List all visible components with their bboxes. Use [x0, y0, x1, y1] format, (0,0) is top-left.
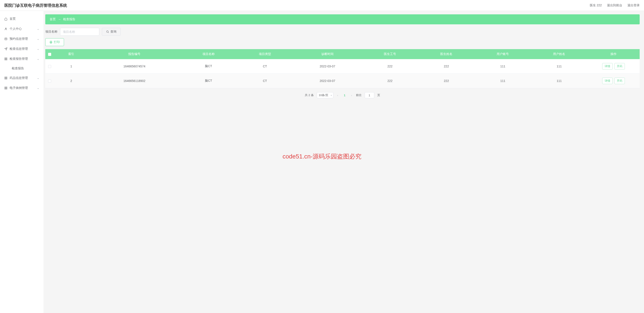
chevron-down-icon: ⌄: [37, 37, 39, 40]
breadcrumb: 首页 → 检查报告: [45, 14, 640, 24]
page-prev[interactable]: ‹: [336, 94, 339, 97]
svg-rect-5: [6, 58, 7, 59]
svg-rect-11: [6, 78, 7, 79]
chevron-down-icon: ⌄: [37, 77, 39, 80]
row-checkbox[interactable]: [48, 65, 51, 68]
sidebar-sub-exam-report[interactable]: 检查报告: [0, 64, 44, 73]
svg-rect-6: [5, 59, 6, 60]
cell-doc-name: 222: [418, 74, 474, 88]
pagination: 共 2 条 10条/页 ‹ 1 › 前往 页: [45, 92, 640, 98]
grid-icon: [4, 57, 8, 60]
cell-diag-time: 2022-03-07: [293, 74, 362, 88]
grid-icon: [4, 87, 8, 90]
query-button-label: 查询: [110, 30, 116, 34]
prescribe-button[interactable]: 开药: [614, 78, 625, 84]
col-doc-name: 医生姓名: [418, 49, 474, 59]
sidebar-item-exam-info[interactable]: 检查信息管理 ⌄: [0, 44, 44, 54]
page-current[interactable]: 1: [342, 94, 347, 97]
query-button[interactable]: 查询: [102, 28, 120, 36]
table-header-row: 索引 报告编号 项目名称 项目类型 诊断时间 医生工号 医生姓名 用户账号 用户…: [45, 49, 640, 59]
svg-rect-8: [5, 77, 6, 78]
page-jump-suffix: 页: [377, 93, 380, 97]
col-user-acc: 用户账号: [474, 49, 531, 59]
sidebar-item-home[interactable]: 首页: [0, 14, 44, 24]
sidebar-item-label: 检查信息管理: [10, 47, 28, 51]
project-name-input[interactable]: [60, 28, 99, 36]
col-report-no: 报告编号: [88, 49, 180, 59]
select-all-checkbox[interactable]: [48, 53, 51, 56]
table-row: 21646656118902脑CTCT2022-03-0722222211111…: [45, 74, 640, 88]
svg-rect-7: [6, 59, 7, 60]
col-proj-name: 项目名称: [180, 49, 237, 59]
svg-rect-10: [5, 78, 6, 79]
sidebar-item-appointment[interactable]: 预约信息管理 ⌄: [0, 34, 44, 44]
col-actions: 操作: [588, 49, 640, 59]
col-doc-no: 医生工号: [362, 49, 418, 59]
page-total: 共 2 条: [305, 93, 314, 97]
svg-rect-12: [5, 87, 6, 88]
col-proj-type: 项目类型: [237, 49, 293, 59]
sidebar-item-label: 个人中心: [10, 27, 22, 31]
col-index: 索引: [54, 49, 88, 59]
chevron-down-icon: ⌄: [37, 57, 39, 60]
sidebar-sub-label: 检查报告: [12, 66, 24, 70]
detail-button[interactable]: 详情: [602, 78, 613, 84]
sidebar-item-personal[interactable]: 个人中心 ⌄: [0, 24, 44, 34]
svg-point-16: [106, 31, 108, 32]
home-icon: [4, 17, 8, 20]
sidebar-item-label: 电子病例管理: [10, 86, 28, 90]
user-icon: [4, 27, 8, 30]
table-row: 11646656074574脑CTCT2022-03-0722222211111…: [45, 59, 640, 74]
sidebar: 首页 个人中心 ⌄ 预约信息管理 ⌄ 检查信息管理 ⌄: [0, 11, 44, 313]
list-icon: [4, 37, 8, 40]
cell-report-no: 1646656118902: [88, 74, 180, 88]
app-title: 医院门诊互联电子病历管理信息系统: [4, 3, 67, 8]
cell-proj-type: CT: [237, 59, 293, 74]
cell-proj-name: 脑CT: [180, 74, 237, 88]
header-right: 医生 222 退出到前台 退出登录: [590, 3, 640, 7]
cell-index: 2: [54, 74, 88, 88]
back-front-link[interactable]: 退出到前台: [607, 3, 622, 7]
svg-rect-13: [6, 87, 7, 88]
col-user-name: 用户姓名: [531, 49, 588, 59]
sidebar-item-medicine[interactable]: 药品信息管理 ⌄: [0, 73, 44, 83]
cell-doc-no: 222: [362, 74, 418, 88]
cell-doc-no: 222: [362, 59, 418, 74]
svg-rect-15: [6, 88, 7, 89]
chevron-down-icon: ⌄: [37, 27, 39, 30]
sidebar-item-label: 药品信息管理: [10, 76, 28, 80]
page-jump-prefix: 前往: [356, 93, 362, 97]
breadcrumb-home[interactable]: 首页: [50, 17, 56, 21]
page-next[interactable]: ›: [350, 94, 353, 97]
sidebar-item-label: 预约信息管理: [10, 37, 28, 41]
page-size-select[interactable]: 10条/页: [317, 92, 333, 98]
print-icon: [50, 41, 52, 44]
sidebar-item-label: 检查报告管理: [10, 57, 28, 61]
detail-button[interactable]: 详情: [602, 63, 613, 70]
grid-icon: [4, 77, 8, 80]
main-content: 首页 → 检查报告 项目名称 查询 打印: [44, 11, 644, 313]
cell-doc-name: 222: [418, 59, 474, 74]
cell-index: 1: [54, 59, 88, 74]
cell-user-name: 111: [531, 59, 588, 74]
print-button[interactable]: 打印: [45, 38, 64, 46]
print-row: 打印: [45, 38, 640, 46]
sidebar-item-emr[interactable]: 电子病例管理 ⌄: [0, 83, 44, 93]
search-icon: [106, 30, 109, 33]
search-label: 项目名称: [45, 30, 58, 34]
cell-proj-name: 脑CT: [180, 59, 237, 74]
cell-user-name: 111: [531, 74, 588, 88]
prescribe-button[interactable]: 开药: [614, 63, 625, 70]
row-checkbox[interactable]: [48, 80, 51, 83]
sidebar-item-exam-report[interactable]: 检查报告管理 ⌄: [0, 54, 44, 64]
svg-rect-4: [5, 58, 6, 59]
send-icon: [4, 47, 8, 50]
svg-rect-14: [5, 88, 6, 89]
page-jump-input[interactable]: [365, 92, 374, 98]
cell-diag-time: 2022-03-07: [293, 59, 362, 74]
svg-line-17: [108, 32, 109, 33]
user-label[interactable]: 医生 222: [590, 3, 602, 7]
logout-link[interactable]: 退出登录: [628, 3, 640, 7]
page-size-label: 10条/页: [319, 93, 328, 97]
report-table: 索引 报告编号 项目名称 项目类型 诊断时间 医生工号 医生姓名 用户账号 用户…: [45, 49, 640, 88]
